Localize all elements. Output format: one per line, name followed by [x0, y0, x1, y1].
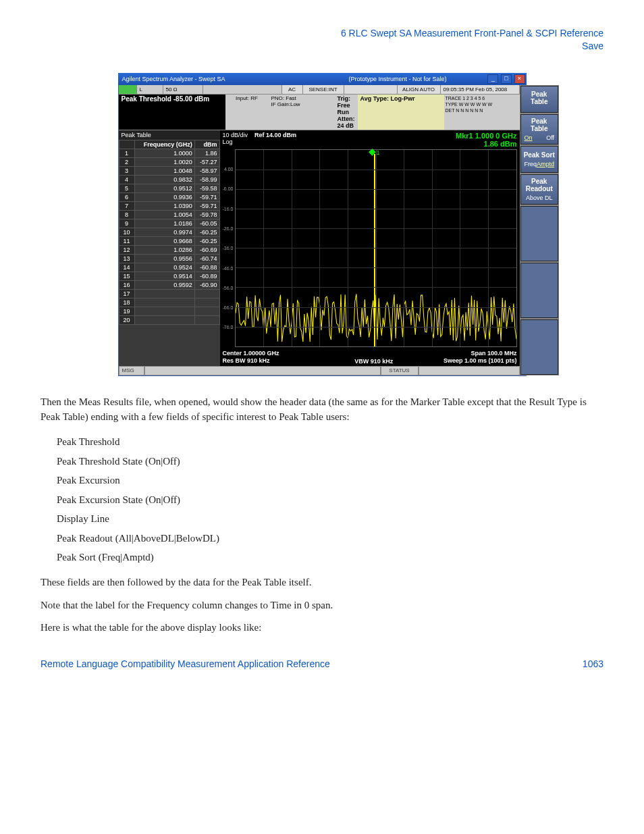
- trig-atten-label: Trig: Free Run Atten: 24 dB: [335, 95, 358, 130]
- table-header: dBm: [194, 140, 219, 149]
- table-row: 140.9524-60.88: [119, 263, 219, 271]
- list-item: Peak Readout (All|AboveDL|BelowDL): [57, 529, 603, 548]
- table-row: 81.0054-59.78: [119, 210, 219, 219]
- table-row: 60.9936-59.71: [119, 192, 219, 201]
- paragraph-2: These fields are then followed by the da…: [41, 575, 603, 590]
- pno-label: PNO: Fast IF Gain:Low: [269, 95, 335, 130]
- page-footer: Remote Language Compatibility Measuremen…: [41, 658, 603, 669]
- table-header: [119, 140, 134, 149]
- peak-threshold-label: Peak Threshold -85.00 dBm: [119, 95, 225, 130]
- plot-footer-left: Center 1.00000 GHz Res BW 910 kHz: [223, 350, 279, 365]
- paragraph-4: Here is what the table for the above dis…: [41, 621, 603, 635]
- header-line2: Save: [41, 40, 603, 53]
- ac-label: AC: [282, 85, 303, 94]
- table-row: 100.9974-60.25: [119, 228, 219, 236]
- graticule: ◆1: [235, 149, 517, 347]
- table-row: 20: [119, 315, 219, 324]
- peak-table-title: Peak Table: [119, 130, 220, 140]
- softkey-panel: Peak Table Peak Table OnOff Peak Sort Fr…: [520, 85, 560, 375]
- table-row: 71.0390-59.71: [119, 201, 219, 210]
- table-row: 110.9668-60.25: [119, 236, 219, 245]
- peak-table: Frequency (GHz)dBm 11.00001.8621.0020-57…: [119, 140, 220, 325]
- list-item: Peak Excursion State (On|Off): [57, 490, 603, 510]
- header-line1: 6 RLC Swept SA Measurement Front-Panel &…: [41, 27, 603, 40]
- status-led: [119, 85, 137, 94]
- window-prototype-label: (Prototype Instrument - Not for Sale): [348, 76, 487, 82]
- table-header: Frequency (GHz): [134, 140, 194, 149]
- status-bar: MSG STATUS: [119, 366, 520, 375]
- plot-footer-mid: VBW 910 kHz: [354, 358, 393, 365]
- status-fill: [144, 366, 381, 375]
- window-buttons: _ □ ×: [487, 74, 525, 84]
- status-msg-label: MSG: [119, 366, 144, 375]
- table-row: 160.9592-60.90: [119, 280, 219, 289]
- table-row: 11.00001.86: [119, 149, 219, 157]
- table-row: 40.9832-58.99: [119, 175, 219, 184]
- y-axis-labels: 4.00-6.00-16.0-26.0-36.0-46.0-56.0-66.0-…: [221, 149, 234, 347]
- table-row: 130.9556-60.74: [119, 254, 219, 263]
- softkey-blank-1[interactable]: [520, 206, 559, 261]
- list-item: Display Line: [57, 509, 603, 529]
- spectrum-plot: 10 dB/div Ref 14.00 dBm Log Mkr1 1.000 0…: [220, 130, 520, 366]
- table-row: 17: [119, 289, 219, 298]
- list-item: Peak Sort (Freq|Amptd): [57, 548, 603, 567]
- spacer: [203, 85, 282, 94]
- softkey-peak-sort[interactable]: Peak Sort FreqAmptd: [520, 146, 559, 173]
- impedance-label: 50 Ω: [163, 85, 203, 94]
- plot-footer-right: Span 100.0 MHz Sweep 1.00 ms (1001 pts): [444, 350, 517, 365]
- table-row: 18: [119, 298, 219, 307]
- softkey-peak-readout[interactable]: Peak Readout Above DL: [520, 174, 559, 205]
- time-label: 09:05:35 PM Feb 05, 2008: [441, 85, 520, 94]
- table-row: 121.0286-60.69: [119, 245, 219, 254]
- page-header: 6 RLC Swept SA Measurement Front-Panel &…: [41, 27, 603, 53]
- paragraph-1: Then the Meas Results file, when opened,…: [41, 395, 603, 425]
- maximize-button[interactable]: □: [501, 74, 512, 84]
- window-titlebar: Agilent Spectrum Analyzer - Swept SA (Pr…: [118, 73, 527, 85]
- paragraph-3: Note that the label for the Frequency co…: [41, 598, 603, 613]
- footer-page-number: 1063: [583, 658, 603, 669]
- coupling-label: L: [137, 85, 163, 94]
- list-item: Peak Threshold State (On|Off): [57, 452, 603, 471]
- close-button[interactable]: ×: [514, 74, 525, 84]
- footer-left: Remote Language Compatibility Measuremen…: [41, 658, 330, 669]
- status-end: [419, 366, 520, 375]
- list-item: Peak Excursion: [57, 471, 603, 490]
- instrument-screenshot: Agilent Spectrum Analyzer - Swept SA (Pr…: [118, 73, 527, 376]
- softkey-peak-table[interactable]: Peak Table OnOff: [520, 114, 559, 145]
- spacer2: [344, 85, 398, 94]
- table-row: 31.0048-58.97: [119, 166, 219, 175]
- table-row: 50.9512-59.58: [119, 184, 219, 192]
- field-list: Peak ThresholdPeak Threshold State (On|O…: [57, 432, 603, 567]
- table-row: 21.0020-57.27: [119, 157, 219, 166]
- window-title: Agilent Spectrum Analyzer - Swept SA: [119, 76, 349, 82]
- plot-scale-label: 10 dB/div Ref 14.00 dBm Log: [223, 132, 297, 145]
- status-status-label: STATUS: [381, 366, 419, 375]
- minimize-button[interactable]: _: [487, 74, 498, 84]
- softkey-menu-title: Peak Table: [520, 86, 559, 113]
- trace-legend: TRACE 1 2 3 4 5 6 TYPE W W W W W W DET N…: [444, 95, 520, 130]
- marker-readout: Mkr1 1.000 0 GHz 1.86 dBm: [456, 132, 517, 148]
- softkey-blank-3[interactable]: [520, 319, 559, 375]
- softkey-blank-2[interactable]: [520, 263, 559, 318]
- avg-type-label: Avg Type: Log-Pwr: [358, 95, 444, 130]
- peak-table-panel: Peak Table Frequency (GHz)dBm 11.00001.8…: [119, 130, 220, 366]
- input-label: Input: RF: [225, 95, 269, 130]
- list-item: Peak Threshold: [57, 432, 603, 452]
- sense-label: SENSE:INT: [303, 85, 344, 94]
- marker-icon: ◆1: [369, 146, 379, 157]
- table-row: 19: [119, 307, 219, 315]
- table-row: 91.0186-60.05: [119, 219, 219, 228]
- align-label: ALIGN AUTO: [398, 85, 441, 94]
- table-row: 150.9514-60.89: [119, 271, 219, 280]
